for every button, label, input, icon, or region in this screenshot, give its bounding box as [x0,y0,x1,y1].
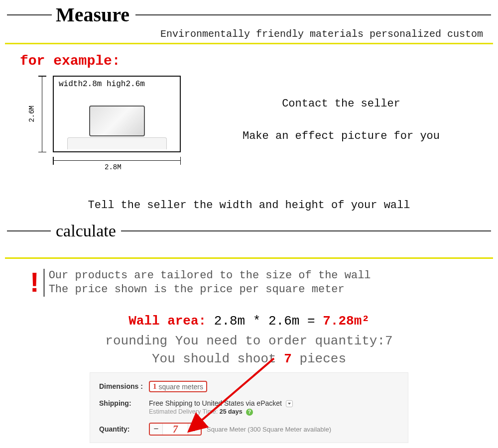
section-title-measure: Measure [56,3,129,26]
rounding-text: rounding You need to order quantity:7 [0,334,498,348]
horizontal-dimension-label: 2.8M [105,163,122,171]
quantity-value[interactable]: 7 [163,424,188,435]
wall-area-expression: 2.8m * 2.6m = [206,314,323,329]
tv-icon [89,106,145,136]
rule-right [135,14,491,15]
wall-inner-label: width2.8m high2.6m [54,77,180,92]
vertical-dimension-line [42,76,42,152]
wall-box: width2.8m high2.6m [53,76,181,152]
effect-picture-text: Make an effect picture for you [184,130,498,142]
quantity-decrease-button[interactable]: − [150,424,163,435]
dimensions-value-number: 1 [153,382,157,391]
warning-line-2: The price shown is the price per square … [49,283,371,297]
tv-stand-icon [67,137,167,149]
rule-left [7,14,52,15]
tell-seller-text: Tell the seller the width and height of … [0,199,498,212]
quantity-increase-button[interactable]: + [188,424,201,435]
wall-area-label: Wall area: [128,314,206,329]
shoot-qty: 7 [284,351,292,366]
shoot-post: pieces [292,351,346,366]
shipping-subtext-pre: Estimated Delivery Time: [149,408,220,415]
quantity-stepper: − 7 + [149,423,202,436]
shipping-days: 25 days [220,408,243,415]
quantity-label: Quantity: [99,425,149,433]
divider-yellow-2 [5,257,493,259]
rule-left-2 [7,230,51,231]
example-label: for example: [20,53,498,69]
divider-yellow [5,43,493,44]
wall-diagram: 2.6M width2.8m high2.6m 2.8M [5,76,184,175]
help-icon[interactable]: ? [246,409,253,416]
dimensions-label: Dimensions : [99,383,149,390]
warning-line-1: Our products are tailored to the size of… [49,269,371,283]
section-title-calculate: calculate [51,222,121,240]
contact-seller-text: Contact the seller [184,98,498,110]
wall-area-result: 7.28m² [323,314,370,329]
exclamation-icon: ! [30,269,43,297]
dimensions-select[interactable]: 1 square meters [149,381,207,392]
rule-right-2 [121,230,491,231]
chevron-down-icon[interactable] [286,400,293,407]
quantity-available-note: Square Meter (300 Square Meter available… [207,426,331,433]
vertical-dimension-label: 2.6M [28,106,36,122]
shipping-text: Free Shipping to United States via ePack… [149,399,282,407]
shipping-label: Shipping: [99,399,149,407]
header-subtitle: Environmentally friendly materials perso… [0,28,498,40]
horizontal-dimension-line [53,160,181,161]
order-panel: Dimensions : 1 square meters Shipping: F… [90,372,408,443]
dimensions-value-unit: square meters [159,383,203,391]
shoot-pre: You should shoot [152,351,284,366]
